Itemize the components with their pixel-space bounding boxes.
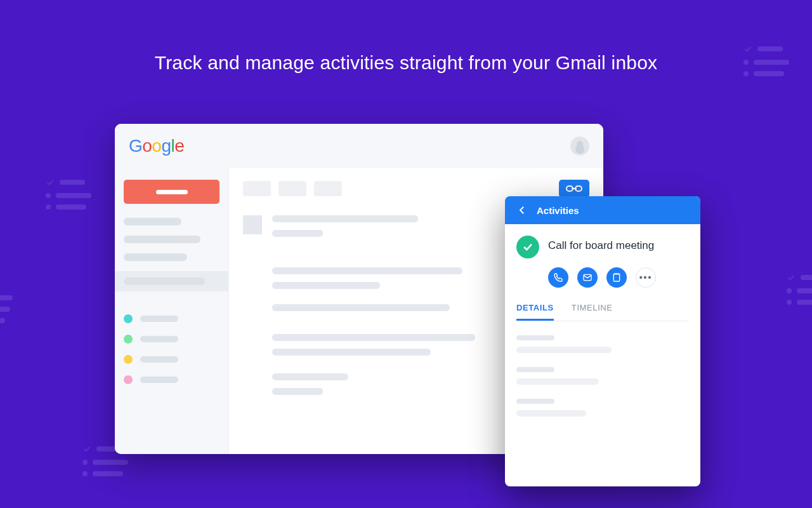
sidebar-item[interactable] <box>124 236 200 243</box>
detail-field <box>516 335 689 353</box>
decorative-checklist <box>46 178 91 216</box>
tab-details[interactable]: DETAILS <box>516 303 554 321</box>
detail-field <box>516 367 689 385</box>
page-headline: Track and manage activities straight fro… <box>0 52 812 74</box>
panel-tabs: DETAILS TIMELINE <box>516 303 689 321</box>
sidebar-item-active[interactable] <box>115 271 228 291</box>
detail-field <box>516 399 689 417</box>
activity-title: Call for board meeting <box>548 239 654 252</box>
notes-action[interactable] <box>606 267 627 288</box>
panel-header: Activities <box>505 196 700 224</box>
more-action[interactable]: ••• <box>636 267 656 288</box>
back-button[interactable] <box>516 204 528 216</box>
sidebar-item[interactable] <box>124 253 187 261</box>
label-dot-icon <box>124 355 133 364</box>
label-dot-icon <box>124 314 133 323</box>
toolbar-button[interactable] <box>278 181 306 196</box>
mail-icon <box>582 272 593 283</box>
extension-badge[interactable] <box>559 180 589 197</box>
label-list <box>124 314 219 384</box>
activities-panel: Activities Call for board meeting ••• DE… <box>505 196 700 486</box>
panel-title: Activities <box>537 205 579 216</box>
gmail-sidebar <box>115 168 229 454</box>
sidebar-item[interactable] <box>124 218 181 225</box>
status-check-icon[interactable] <box>516 236 539 258</box>
phone-action[interactable] <box>548 267 568 288</box>
activity-actions: ••• <box>548 267 689 288</box>
toolbar-button[interactable] <box>314 181 342 196</box>
label-item[interactable] <box>124 314 219 323</box>
chevron-left-icon <box>516 204 528 216</box>
label-dot-icon <box>124 375 133 384</box>
account-avatar[interactable] <box>570 137 589 156</box>
toolbar-button[interactable] <box>243 181 271 196</box>
label-dot-icon <box>124 335 133 344</box>
gmail-header: Google <box>115 124 603 168</box>
label-item[interactable] <box>124 335 219 344</box>
label-item[interactable] <box>124 355 219 364</box>
label-item[interactable] <box>124 375 219 384</box>
decorative-checklist <box>787 273 812 311</box>
decorative-checklist <box>0 295 13 330</box>
compose-button[interactable] <box>124 180 219 204</box>
phone-icon <box>553 272 563 283</box>
google-logo: Google <box>129 136 184 156</box>
notes-icon <box>612 272 622 283</box>
mail-toolbar <box>243 180 589 197</box>
tab-timeline[interactable]: TIMELINE <box>572 303 613 321</box>
sender-avatar <box>243 215 262 234</box>
mail-action[interactable] <box>577 267 598 288</box>
link-chain-icon <box>566 184 582 194</box>
more-icon: ••• <box>639 273 653 282</box>
activity-header: Call for board meeting <box>516 236 689 258</box>
